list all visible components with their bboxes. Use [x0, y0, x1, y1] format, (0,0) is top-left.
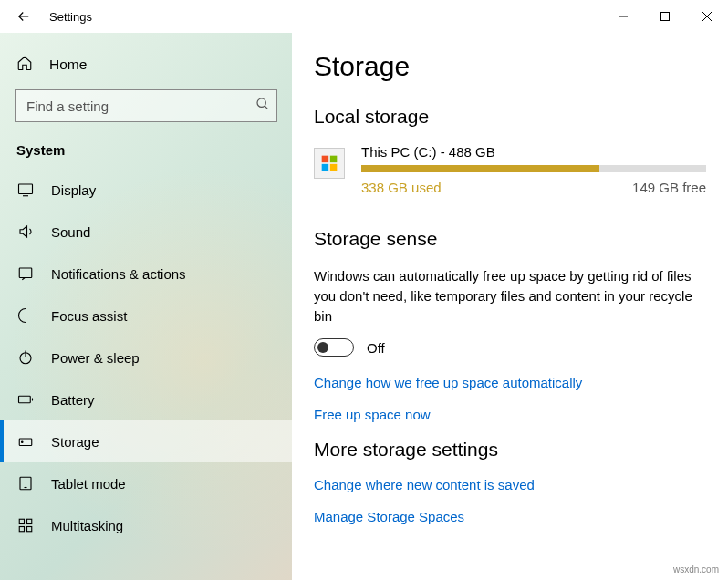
sidebar-item-multitasking[interactable]: Multitasking [0, 504, 292, 546]
svg-rect-1 [661, 13, 670, 21]
drive-row[interactable]: This PC (C:) - 488 GB 338 GB used 149 GB… [314, 144, 706, 195]
link-change-save-location[interactable]: Change where new content is saved [314, 477, 706, 492]
svg-rect-6 [19, 184, 33, 194]
sidebar-item-storage[interactable]: Storage [0, 420, 292, 462]
sidebar-item-label: Battery [51, 392, 95, 408]
storage-bar [361, 165, 706, 172]
svg-rect-11 [19, 396, 31, 403]
home-icon [16, 55, 33, 75]
svg-rect-8 [19, 268, 32, 278]
sound-icon [16, 223, 35, 241]
storage-bar-fill [361, 165, 599, 172]
page-title: Storage [314, 51, 706, 82]
svg-rect-24 [330, 164, 338, 171]
more-storage-heading: More storage settings [314, 439, 706, 461]
section-system-label: System [0, 135, 292, 169]
focus-icon [16, 306, 35, 325]
free-label: 149 GB free [632, 180, 706, 195]
watermark: wsxdn.com [673, 564, 719, 575]
svg-rect-23 [322, 164, 329, 171]
minimize-button[interactable] [602, 0, 644, 33]
sidebar-item-power[interactable]: Power & sleep [0, 337, 292, 378]
sidebar-item-label: Notifications & actions [51, 266, 186, 282]
link-free-up-now[interactable]: Free up space now [314, 407, 706, 422]
sidebar-item-sound[interactable]: Sound [0, 211, 292, 253]
storage-sense-heading: Storage sense [314, 228, 706, 250]
search-input[interactable] [15, 89, 277, 122]
display-icon [16, 181, 35, 199]
svg-point-4 [257, 98, 265, 107]
close-button[interactable] [686, 0, 728, 33]
storage-sense-toggle[interactable] [314, 338, 354, 357]
home-button[interactable]: Home [0, 46, 292, 84]
sidebar: Home System Display Sound Notifications … [0, 33, 292, 580]
window-title: Settings [49, 10, 92, 24]
sidebar-item-label: Power & sleep [51, 350, 140, 366]
sidebar-item-tablet[interactable]: Tablet mode [0, 462, 292, 504]
sidebar-item-label: Display [51, 182, 96, 198]
svg-rect-17 [19, 519, 24, 523]
drive-name: This PC (C:) - 488 GB [361, 144, 706, 160]
svg-rect-20 [27, 527, 32, 532]
link-manage-spaces[interactable]: Manage Storage Spaces [314, 509, 706, 524]
sidebar-item-notifications[interactable]: Notifications & actions [0, 253, 292, 295]
battery-icon [16, 390, 35, 409]
sidebar-item-focus[interactable]: Focus assist [0, 295, 292, 337]
svg-rect-22 [330, 156, 338, 163]
back-button[interactable] [11, 4, 36, 29]
sidebar-item-display[interactable]: Display [0, 169, 292, 211]
tablet-icon [16, 474, 35, 492]
svg-rect-18 [27, 519, 32, 523]
link-change-free-space[interactable]: Change how we free up space automaticall… [314, 375, 706, 390]
svg-rect-21 [322, 156, 329, 163]
local-storage-heading: Local storage [314, 106, 706, 128]
storage-icon [16, 432, 35, 451]
sidebar-item-label: Multitasking [51, 518, 123, 533]
sidebar-item-battery[interactable]: Battery [0, 378, 292, 420]
sidebar-item-label: Focus assist [51, 308, 127, 324]
sidebar-item-label: Sound [51, 224, 90, 240]
power-icon [16, 348, 35, 367]
home-label: Home [49, 57, 87, 73]
svg-point-14 [22, 441, 24, 443]
multitasking-icon [16, 516, 35, 534]
toggle-state-label: Off [367, 340, 385, 356]
storage-sense-description: Windows can automatically free up space … [314, 266, 706, 326]
maximize-button[interactable] [644, 0, 686, 33]
notifications-icon [16, 264, 35, 283]
window-controls [602, 0, 728, 33]
svg-rect-19 [19, 527, 24, 532]
search-icon [255, 97, 270, 115]
titlebar: Settings [0, 0, 728, 33]
used-label: 338 GB used [361, 180, 442, 195]
drive-icon [314, 148, 345, 179]
content-area: Storage Local storage This PC (C:) - 488… [292, 33, 728, 580]
sidebar-item-label: Tablet mode [51, 476, 126, 492]
search-field[interactable] [15, 89, 277, 122]
svg-line-5 [265, 106, 267, 109]
sidebar-item-label: Storage [51, 434, 99, 450]
